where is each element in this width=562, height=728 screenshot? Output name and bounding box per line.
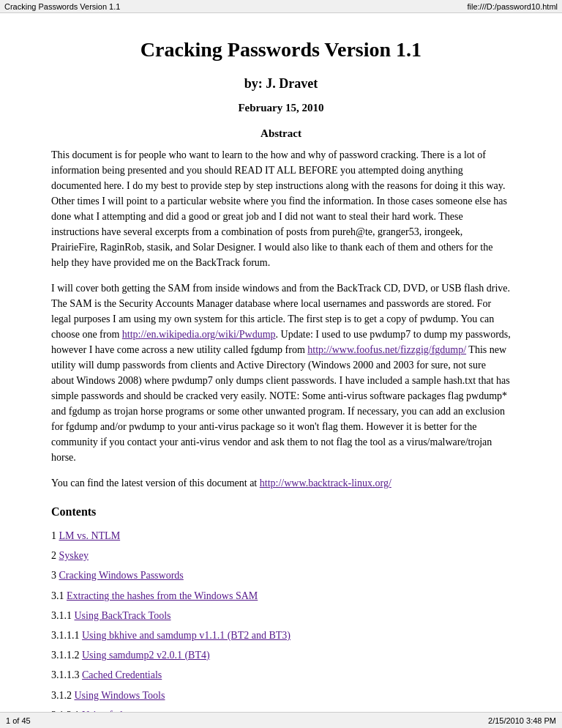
pwdump-link[interactable]: http://en.wikipedia.org/wiki/Pwdump	[122, 329, 276, 340]
title-bar: Cracking Passwords Version 1.1 file:///D…	[0, 0, 562, 13]
abstract-paragraph-2: I will cover both getting the SAM from i…	[51, 281, 511, 465]
list-item: 3.1.1 Using BackTrack Tools	[51, 606, 511, 625]
author: by: J. Dravet	[15, 76, 547, 92]
contents-list: 1 LM vs. NTLM2 Syskey3 Cracking Windows …	[51, 526, 511, 728]
latest-version-text: You can find the latest version of this …	[51, 478, 260, 489]
contents-link[interactable]: Syskey	[59, 550, 89, 561]
contents-num: 3.1.1.2	[51, 650, 82, 661]
list-item: 2 Syskey	[51, 546, 511, 565]
contents-num: 3.1.1	[51, 610, 75, 621]
list-item: 3.1.1.1 Using bkhive and samdump v1.1.1 …	[51, 625, 511, 645]
contents-num: 2	[51, 550, 59, 561]
contents-link[interactable]: Cracking Windows Passwords	[59, 570, 184, 581]
contents-link[interactable]: LM vs. NTLM	[59, 530, 121, 541]
contents-heading: Contents	[51, 505, 511, 519]
backtrack-link[interactable]: http://www.backtrack-linux.org/	[260, 478, 391, 489]
list-item: 3.1.1.2 Using samdump2 v2.0.1 (BT4)	[51, 645, 511, 665]
fgdump-link[interactable]: http://www.foofus.net/fizzgig/fgdump/	[307, 344, 466, 355]
title-bar-right: file:///D:/password10.html	[468, 2, 558, 11]
list-item: 3 Cracking Windows Passwords	[51, 565, 511, 585]
contents-num: 3.1.1.3	[51, 669, 82, 680]
status-bar-right: 2/15/2010 3:48 PM	[488, 716, 556, 725]
latest-version-paragraph: You can find the latest version of this …	[51, 475, 511, 491]
contents-num: 1	[51, 530, 59, 541]
contents-section: Contents 1 LM vs. NTLM2 Syskey3 Cracking…	[51, 505, 511, 728]
list-item: 3.1 Extracting the hashes from the Windo…	[51, 586, 511, 606]
status-bar-left: 1 of 45	[6, 716, 31, 725]
contents-link[interactable]: Cached Credentials	[82, 669, 162, 680]
contents-num: 3.1.1.1	[51, 630, 82, 641]
contents-num: 3	[51, 570, 59, 581]
abstract-p2-after-link2: This new utility will dump passwords fro…	[51, 344, 510, 463]
date: February 15, 2010	[15, 102, 547, 114]
contents-link[interactable]: Using BackTrack Tools	[75, 610, 171, 621]
title-bar-left: Cracking Passwords Version 1.1	[4, 2, 120, 11]
contents-num: 3.1	[51, 590, 67, 601]
list-item: 1 LM vs. NTLM	[51, 526, 511, 546]
abstract-paragraph-1: This document is for people who want to …	[51, 147, 511, 270]
list-item: 3.1.1.3 Cached Credentials	[51, 665, 511, 685]
list-item: 3.1.2 Using Windows Tools	[51, 686, 511, 705]
abstract-heading: Abstract	[15, 127, 547, 140]
status-bar: 1 of 45 2/15/2010 3:48 PM	[0, 712, 562, 728]
content-area: Cracking Passwords Version 1.1 by: J. Dr…	[0, 0, 562, 728]
contents-link[interactable]: Extracting the hashes from the Windows S…	[67, 590, 258, 601]
contents-num: 3.1.2	[51, 690, 75, 701]
contents-link[interactable]: Using samdump2 v2.0.1 (BT4)	[82, 650, 210, 661]
main-title: Cracking Passwords Version 1.1	[15, 38, 547, 62]
contents-link[interactable]: Using bkhive and samdump v1.1.1 (BT2 and…	[82, 630, 291, 641]
contents-link[interactable]: Using Windows Tools	[75, 690, 165, 701]
